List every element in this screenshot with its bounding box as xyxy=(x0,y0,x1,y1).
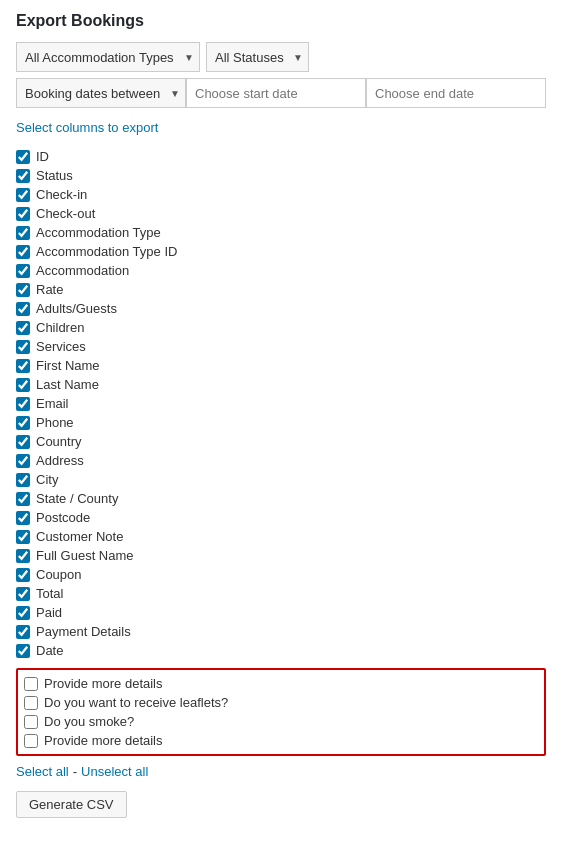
list-item: Status xyxy=(16,166,546,185)
column-checkbox[interactable] xyxy=(16,302,30,316)
list-item: State / County xyxy=(16,489,546,508)
column-checkbox[interactable] xyxy=(16,283,30,297)
custom-fields-list: Provide more detailsDo you want to recei… xyxy=(16,668,546,756)
list-item: Full Guest Name xyxy=(16,546,546,565)
select-all-link[interactable]: Select all xyxy=(16,764,69,779)
list-item: Children xyxy=(16,318,546,337)
column-label: Country xyxy=(36,434,82,449)
column-checkbox[interactable] xyxy=(16,492,30,506)
column-label: Coupon xyxy=(36,567,82,582)
statuses-wrapper[interactable]: All Statuses ▼ xyxy=(206,42,309,72)
column-checkbox[interactable] xyxy=(16,169,30,183)
generate-csv-button[interactable]: Generate CSV xyxy=(16,791,127,818)
page-title: Export Bookings xyxy=(16,12,546,30)
accommodation-types-select[interactable]: All Accommodation Types xyxy=(16,42,200,72)
column-checkbox[interactable] xyxy=(16,568,30,582)
list-item: Provide more details xyxy=(24,674,538,693)
column-label: State / County xyxy=(36,491,118,506)
custom-field-checkbox[interactable] xyxy=(24,734,38,748)
list-item: Date xyxy=(16,641,546,660)
column-label: Postcode xyxy=(36,510,90,525)
list-item: City xyxy=(16,470,546,489)
columns-list: IDStatusCheck-inCheck-outAccommodation T… xyxy=(16,147,546,660)
list-item: Provide more details xyxy=(24,731,538,750)
column-checkbox[interactable] xyxy=(16,150,30,164)
column-label: Check-out xyxy=(36,206,95,221)
custom-field-label: Provide more details xyxy=(44,676,163,691)
column-checkbox[interactable] xyxy=(16,644,30,658)
list-item: Rate xyxy=(16,280,546,299)
booking-dates-select[interactable]: Booking dates between xyxy=(16,78,186,108)
column-checkbox[interactable] xyxy=(16,378,30,392)
custom-field-checkbox[interactable] xyxy=(24,696,38,710)
list-item: Phone xyxy=(16,413,546,432)
separator: - xyxy=(73,764,77,779)
column-checkbox[interactable] xyxy=(16,587,30,601)
column-checkbox[interactable] xyxy=(16,207,30,221)
booking-dates-wrapper[interactable]: Booking dates between ▼ xyxy=(16,78,186,108)
column-label: ID xyxy=(36,149,49,164)
list-item: Accommodation Type ID xyxy=(16,242,546,261)
column-checkbox[interactable] xyxy=(16,606,30,620)
custom-field-checkbox[interactable] xyxy=(24,715,38,729)
column-label: Adults/Guests xyxy=(36,301,117,316)
unselect-all-link[interactable]: Unselect all xyxy=(81,764,148,779)
list-item: Check-in xyxy=(16,185,546,204)
custom-field-label: Provide more details xyxy=(44,733,163,748)
column-checkbox[interactable] xyxy=(16,321,30,335)
column-label: Accommodation Type ID xyxy=(36,244,177,259)
select-unselect-row: Select all - Unselect all xyxy=(16,764,546,779)
select-columns-link[interactable]: Select columns to export xyxy=(16,120,158,135)
list-item: Adults/Guests xyxy=(16,299,546,318)
column-label: Status xyxy=(36,168,73,183)
column-checkbox[interactable] xyxy=(16,549,30,563)
column-label: Address xyxy=(36,453,84,468)
filters-row: All Accommodation Types ▼ All Statuses ▼ xyxy=(16,42,546,72)
custom-field-checkbox[interactable] xyxy=(24,677,38,691)
list-item: Address xyxy=(16,451,546,470)
start-date-input[interactable] xyxy=(186,78,366,108)
list-item: Total xyxy=(16,584,546,603)
column-label: Customer Note xyxy=(36,529,123,544)
column-checkbox[interactable] xyxy=(16,511,30,525)
column-label: Check-in xyxy=(36,187,87,202)
column-label: Paid xyxy=(36,605,62,620)
custom-field-label: Do you want to receive leaflets? xyxy=(44,695,228,710)
list-item: Accommodation xyxy=(16,261,546,280)
column-checkbox[interactable] xyxy=(16,397,30,411)
column-label: Rate xyxy=(36,282,63,297)
column-label: Accommodation Type xyxy=(36,225,161,240)
column-checkbox[interactable] xyxy=(16,359,30,373)
column-checkbox[interactable] xyxy=(16,435,30,449)
list-item: Do you smoke? xyxy=(24,712,538,731)
column-checkbox[interactable] xyxy=(16,625,30,639)
column-checkbox[interactable] xyxy=(16,264,30,278)
column-checkbox[interactable] xyxy=(16,454,30,468)
list-item: ID xyxy=(16,147,546,166)
list-item: Do you want to receive leaflets? xyxy=(24,693,538,712)
column-checkbox[interactable] xyxy=(16,473,30,487)
custom-field-label: Do you smoke? xyxy=(44,714,134,729)
list-item: First Name xyxy=(16,356,546,375)
column-checkbox[interactable] xyxy=(16,226,30,240)
column-label: Date xyxy=(36,643,63,658)
list-item: Payment Details xyxy=(16,622,546,641)
column-checkbox[interactable] xyxy=(16,188,30,202)
column-label: Full Guest Name xyxy=(36,548,134,563)
dates-row: Booking dates between ▼ xyxy=(16,78,546,108)
column-checkbox[interactable] xyxy=(16,530,30,544)
accommodation-types-wrapper[interactable]: All Accommodation Types ▼ xyxy=(16,42,200,72)
statuses-select[interactable]: All Statuses xyxy=(206,42,309,72)
list-item: Paid xyxy=(16,603,546,622)
column-label: Total xyxy=(36,586,63,601)
list-item: Accommodation Type xyxy=(16,223,546,242)
list-item: Coupon xyxy=(16,565,546,584)
end-date-input[interactable] xyxy=(366,78,546,108)
list-item: Email xyxy=(16,394,546,413)
list-item: Customer Note xyxy=(16,527,546,546)
column-label: Children xyxy=(36,320,84,335)
list-item: Country xyxy=(16,432,546,451)
column-checkbox[interactable] xyxy=(16,416,30,430)
column-checkbox[interactable] xyxy=(16,245,30,259)
column-checkbox[interactable] xyxy=(16,340,30,354)
